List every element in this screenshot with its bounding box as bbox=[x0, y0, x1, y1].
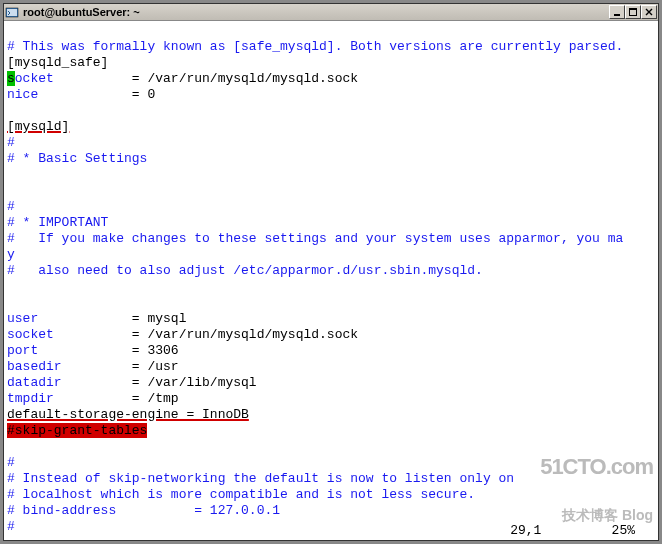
comment-line: # also need to also adjust /etc/apparmor… bbox=[7, 263, 483, 278]
comment-line: # bbox=[7, 135, 15, 150]
svg-rect-2 bbox=[614, 14, 620, 16]
watermark-line1: 51CTO.com bbox=[540, 459, 653, 475]
config-value: = /tmp bbox=[54, 391, 179, 406]
scroll-percent: 25% bbox=[612, 523, 635, 538]
terminal-content[interactable]: # This was formally known as [safe_mysql… bbox=[3, 21, 659, 541]
comment-line: # bind-address = 127.0.0.1 bbox=[7, 503, 280, 518]
config-value: = /usr bbox=[62, 359, 179, 374]
section-header-highlighted: [mysqld] bbox=[7, 119, 69, 134]
cursor: s bbox=[7, 71, 15, 86]
title-left: root@ubuntuServer: ~ bbox=[5, 5, 140, 19]
window-title: root@ubuntuServer: ~ bbox=[23, 6, 140, 18]
comment-line: # bbox=[7, 199, 15, 214]
config-value: = /var/lib/mysql bbox=[62, 375, 257, 390]
watermark-line2: 技术博客 Blog bbox=[540, 507, 653, 523]
config-key: tmpdir bbox=[7, 391, 54, 406]
terminal-icon bbox=[5, 5, 19, 19]
comment-wrap: y bbox=[7, 247, 15, 262]
comment-line: # Instead of skip-networking the default… bbox=[7, 471, 514, 486]
config-key: basedir bbox=[7, 359, 62, 374]
close-button[interactable] bbox=[641, 5, 657, 19]
section-header: [mysqld_safe] bbox=[7, 55, 108, 70]
config-key: ocket bbox=[15, 71, 54, 86]
window-controls bbox=[609, 5, 657, 19]
config-key: nice bbox=[7, 87, 38, 102]
comment-line: # bbox=[7, 519, 15, 534]
comment-line: # This was formally known as [safe_mysql… bbox=[7, 39, 623, 54]
config-line-highlighted: default-storage-engine = InnoDB bbox=[7, 407, 249, 422]
svg-rect-4 bbox=[629, 8, 637, 10]
maximize-button[interactable] bbox=[625, 5, 641, 19]
config-value: = /var/run/mysqld/mysqld.sock bbox=[54, 327, 358, 342]
config-key: socket bbox=[7, 327, 54, 342]
window-titlebar: root@ubuntuServer: ~ bbox=[3, 3, 659, 21]
comment-line: # If you make changes to these settings … bbox=[7, 231, 623, 246]
minimize-button[interactable] bbox=[609, 5, 625, 19]
cursor-position: 29,1 bbox=[510, 523, 541, 538]
comment-line: # bbox=[7, 455, 15, 470]
config-key: user bbox=[7, 311, 38, 326]
comment-line: # * IMPORTANT bbox=[7, 215, 108, 230]
vim-status-line: 29,1 25% bbox=[510, 523, 635, 539]
config-value: = mysql bbox=[38, 311, 186, 326]
config-value: = 0 bbox=[38, 87, 155, 102]
comment-line: # localhost which is more compatible and… bbox=[7, 487, 475, 502]
config-value: = 3306 bbox=[38, 343, 178, 358]
comment-line: # * Basic Settings bbox=[7, 151, 147, 166]
config-value: = /var/run/mysqld/mysqld.sock bbox=[54, 71, 358, 86]
comment-line-highlighted: #skip-grant-tables bbox=[7, 423, 147, 438]
config-key: datadir bbox=[7, 375, 62, 390]
config-key: port bbox=[7, 343, 38, 358]
